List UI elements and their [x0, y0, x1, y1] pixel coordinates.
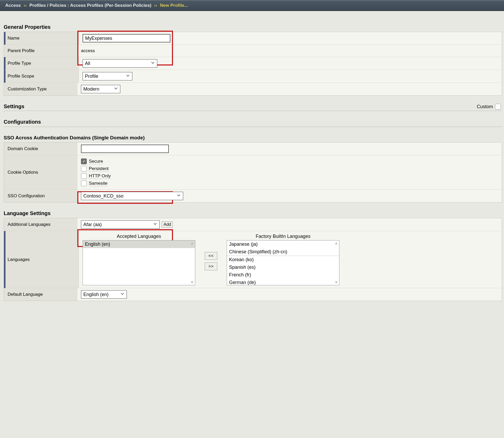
- cookie-option-secure: Secure: [81, 158, 103, 164]
- samesite-checkbox[interactable]: [81, 180, 87, 186]
- breadcrumb-seg-profiles[interactable]: Profiles / Policies : Access Profiles (P…: [29, 3, 151, 8]
- languages-label: Languages: [6, 231, 79, 288]
- domain-cookie-label: Domain Cookie: [4, 143, 77, 155]
- profile-type-select[interactable]: All: [83, 59, 157, 68]
- secure-label: Secure: [89, 159, 103, 164]
- httponly-label: HTTP Only: [89, 173, 111, 179]
- chevron-down-icon: [120, 292, 124, 297]
- sso-panel: Domain Cookie Cookie Options Secure Pers…: [4, 142, 502, 202]
- up-arrow-icon: ▲: [334, 241, 338, 245]
- up-arrow-icon: ▲: [190, 241, 194, 245]
- secure-checkbox[interactable]: [81, 158, 87, 164]
- section-title-configurations: Configurations: [4, 119, 502, 125]
- factory-languages-title: Factory BuiltIn Languages: [227, 234, 339, 239]
- customization-type-label: Customization Type: [4, 83, 77, 95]
- row-languages: Languages Accepted Languages English (en…: [4, 231, 502, 288]
- profile-scope-select[interactable]: Profile: [83, 72, 132, 80]
- list-item[interactable]: Spanish (es): [227, 264, 339, 271]
- list-item[interactable]: Korean (ko): [227, 256, 339, 264]
- httponly-checkbox[interactable]: [81, 173, 87, 179]
- row-domain-cookie: Domain Cookie: [4, 143, 502, 155]
- profile-scope-value: Profile: [85, 74, 98, 79]
- sso-configuration-label: SSO Configuration: [4, 190, 77, 202]
- chevron-down-icon: [177, 193, 181, 199]
- scrollbar[interactable]: ▲ ▼: [189, 240, 195, 285]
- accepted-languages-column: Accepted Languages English (en) ▲ ▼: [83, 234, 195, 285]
- additional-languages-label: Additional Languages: [4, 218, 77, 231]
- default-language-value: English (en): [83, 292, 109, 297]
- list-item[interactable]: German (de): [227, 279, 339, 285]
- custom-toggle: Custom: [477, 104, 501, 110]
- move-left-button[interactable]: <<: [205, 252, 217, 260]
- section-title-general: General Properties: [4, 24, 502, 30]
- row-profile-type: Profile Type All: [4, 57, 502, 70]
- section-title-sso-domains: SSO Across Authentication Domains (Singl…: [4, 135, 502, 141]
- factory-languages-column: Factory BuiltIn Languages Japanese (ja) …: [227, 234, 339, 285]
- chevron-down-icon: [126, 74, 130, 79]
- name-label: Name: [6, 32, 79, 45]
- parent-profile-label: Parent Profile: [4, 45, 77, 57]
- add-button[interactable]: Add: [162, 221, 173, 228]
- chevron-down-icon: [151, 61, 155, 66]
- general-properties-panel: Name Parent Profile access Profile Type …: [4, 32, 502, 96]
- breadcrumb-current: New Profile...: [160, 3, 188, 8]
- name-input[interactable]: [83, 34, 170, 42]
- domain-cookie-input[interactable]: [81, 145, 169, 153]
- parent-profile-value: access: [81, 48, 95, 53]
- row-customization-type: Customization Type Modern: [4, 83, 502, 95]
- cookie-option-samesite: Samesite: [81, 180, 107, 186]
- profile-scope-label: Profile Scope: [6, 70, 79, 83]
- additional-languages-select[interactable]: Afar (aa): [81, 220, 160, 229]
- sso-configuration-value: Contoso_KCD_sso: [83, 193, 123, 199]
- accepted-languages-listbox[interactable]: English (en) ▲ ▼: [83, 240, 195, 285]
- breadcrumb-separator-1: ››: [24, 3, 26, 8]
- persistent-label: Persistent: [89, 166, 109, 172]
- customization-type-value: Modern: [83, 86, 99, 92]
- row-profile-scope: Profile Scope Profile: [4, 70, 502, 83]
- list-item[interactable]: French (fr): [227, 271, 339, 279]
- samesite-label: Samesite: [89, 181, 107, 186]
- row-name: Name: [4, 32, 502, 45]
- breadcrumb: Access ›› Profiles / Policies : Access P…: [0, 0, 504, 11]
- additional-languages-value: Afar (aa): [83, 222, 102, 227]
- customization-type-select[interactable]: Modern: [81, 85, 120, 93]
- sso-configuration-select[interactable]: Contoso_KCD_sso: [81, 192, 183, 200]
- default-language-label: Default Language: [4, 288, 77, 301]
- list-item[interactable]: Chinese (Simplified) (zh-cn): [227, 248, 339, 256]
- cookie-option-persistent: Persistent: [81, 166, 109, 172]
- row-additional-languages: Additional Languages Afar (aa) Add: [4, 218, 502, 231]
- settings-header: Settings Custom: [4, 103, 502, 111]
- language-panel: Additional Languages Afar (aa) Add Langu…: [4, 218, 502, 301]
- factory-languages-listbox[interactable]: Japanese (ja) Chinese (Simplified) (zh-c…: [227, 240, 339, 285]
- chevron-down-icon: [114, 86, 118, 92]
- custom-label: Custom: [477, 104, 493, 110]
- cookie-options-label: Cookie Options: [4, 155, 77, 189]
- row-default-language: Default Language English (en): [4, 288, 502, 301]
- cookie-option-httponly: HTTP Only: [81, 173, 111, 179]
- breadcrumb-seg-access[interactable]: Access: [5, 3, 21, 8]
- list-item[interactable]: English (en): [83, 240, 195, 248]
- list-item[interactable]: Japanese (ja): [227, 240, 339, 248]
- profile-type-value: All: [85, 61, 90, 66]
- row-parent-profile: Parent Profile access: [4, 45, 502, 57]
- profile-type-label: Profile Type: [6, 57, 79, 70]
- custom-checkbox[interactable]: [495, 104, 501, 110]
- breadcrumb-separator-2: ››: [154, 3, 157, 8]
- chevron-down-icon: [153, 222, 157, 227]
- scrollbar[interactable]: ▲ ▼: [333, 240, 339, 285]
- default-language-select[interactable]: English (en): [81, 290, 127, 299]
- accepted-languages-title: Accepted Languages: [83, 234, 195, 239]
- down-arrow-icon: ▼: [334, 280, 338, 284]
- separator: [4, 127, 502, 127]
- move-buttons: << >>: [200, 252, 221, 270]
- move-right-button[interactable]: >>: [205, 262, 217, 270]
- persistent-checkbox[interactable]: [81, 166, 87, 172]
- row-cookie-options: Cookie Options Secure Persistent HTTP On…: [4, 155, 502, 190]
- row-sso-configuration: SSO Configuration Contoso_KCD_sso: [4, 190, 502, 202]
- section-title-language: Language Settings: [4, 210, 502, 216]
- section-title-settings: Settings: [4, 103, 24, 110]
- down-arrow-icon: ▼: [190, 280, 194, 284]
